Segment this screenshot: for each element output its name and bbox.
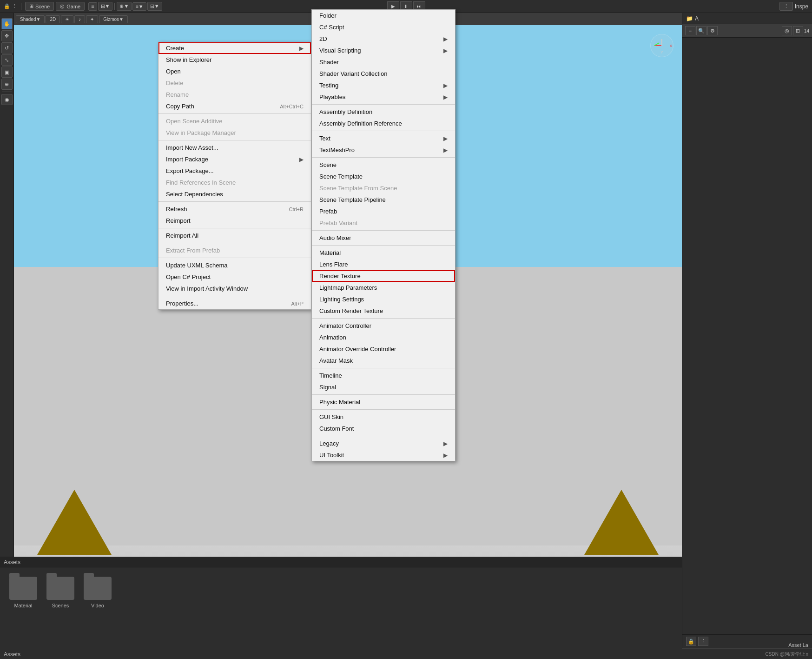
menu-item-properties[interactable]: Properties... Alt+P bbox=[158, 298, 311, 309]
rsep10 bbox=[312, 436, 455, 436]
menu-right-custom-render-texture[interactable]: Custom Render Texture bbox=[312, 305, 455, 317]
rotate-tool[interactable]: ↺ bbox=[1, 42, 13, 53]
menu-item-refresh[interactable]: Refresh Ctrl+R bbox=[158, 203, 311, 215]
menu-right-shader-variant[interactable]: Shader Variant Collection bbox=[312, 68, 455, 80]
menu-item-update-uxml[interactable]: Update UXML Schema bbox=[158, 260, 311, 271]
menu-right-scene[interactable]: Scene bbox=[312, 159, 455, 171]
menu-item-show-explorer[interactable]: Show in Explorer bbox=[158, 54, 311, 66]
scene-lights-btn[interactable]: ☀ bbox=[61, 15, 73, 23]
menu-right-legacy[interactable]: Legacy ▶ bbox=[312, 438, 455, 449]
menu-right-assembly-def[interactable]: Assembly Definition bbox=[312, 106, 455, 118]
scene-gizmos-btn[interactable]: Gizmos▼ bbox=[99, 15, 128, 23]
inspector-more-btn[interactable]: ⋮ bbox=[779, 2, 793, 11]
menu-right-signal[interactable]: Signal bbox=[312, 381, 455, 393]
menu-right-lighting-settings[interactable]: Lighting Settings bbox=[312, 293, 455, 305]
assets-header: Assets bbox=[0, 557, 682, 567]
menu-right-csharp[interactable]: C# Script bbox=[312, 21, 455, 33]
inspector-header: 📁 A bbox=[682, 13, 812, 24]
menu-item-export-package[interactable]: Export Package... bbox=[158, 165, 311, 177]
menu-item-reimport-all[interactable]: Reimport All bbox=[158, 230, 311, 241]
menu-right-scene-template-pipeline[interactable]: Scene Template Pipeline bbox=[312, 194, 455, 206]
menu-right-textmeshpro[interactable]: TextMeshPro ▶ bbox=[312, 144, 455, 156]
scene-tool3[interactable]: ⊕▼ bbox=[117, 2, 132, 11]
menu-right-custom-font[interactable]: Custom Font bbox=[312, 423, 455, 434]
scene-tool2[interactable]: ⊞▼ bbox=[98, 2, 113, 11]
insp-gizmo-btn[interactable]: ◎ bbox=[782, 26, 792, 35]
menu-item-copy-path[interactable]: Copy Path Alt+Ctrl+C bbox=[158, 100, 311, 112]
menu-right-animation[interactable]: Animation bbox=[312, 332, 455, 343]
assets-panel: Assets Material Scenes Video bbox=[0, 557, 682, 659]
menu-item-reimport[interactable]: Reimport bbox=[158, 215, 311, 226]
menu-right-assembly-def-ref[interactable]: Assembly Definition Reference bbox=[312, 118, 455, 129]
scene-tool4[interactable]: ≡▼ bbox=[132, 2, 146, 11]
assets-title: Assets bbox=[4, 559, 20, 566]
menu-right-shader[interactable]: Shader bbox=[312, 56, 455, 68]
insp-expand-btn[interactable]: ⊞ bbox=[793, 26, 803, 35]
assets-footer-label: Assets bbox=[4, 651, 20, 658]
assets-grid: Material Scenes Video bbox=[0, 567, 682, 618]
menu-right-lens-flare[interactable]: Lens Flare bbox=[312, 259, 455, 270]
insp-count: 14 bbox=[804, 28, 809, 33]
insp-btn2[interactable]: 🔍 bbox=[696, 26, 706, 35]
menu-right-2d[interactable]: 2D ▶ bbox=[312, 33, 455, 45]
scene-tool1[interactable]: ≡ bbox=[88, 2, 97, 11]
menu-item-find-refs: Find References In Scene bbox=[158, 177, 311, 188]
scene-audio-btn[interactable]: ♪ bbox=[74, 15, 85, 23]
rsep3 bbox=[312, 157, 455, 158]
menu-right-physic-material[interactable]: Physic Material bbox=[312, 396, 455, 408]
menu-right-lightmap-params[interactable]: Lightmap Parameters bbox=[312, 282, 455, 293]
menu-right-visual-scripting[interactable]: Visual Scripting ▶ bbox=[312, 45, 455, 56]
menu-right-text[interactable]: Text ▶ bbox=[312, 133, 455, 144]
asset-video-label: Video bbox=[91, 603, 104, 608]
folder-icon: 📁 bbox=[686, 15, 693, 22]
menu-right-ui-toolkit[interactable]: UI Toolkit ▶ bbox=[312, 449, 455, 461]
menu-right-gui-skin[interactable]: GUI Skin bbox=[312, 411, 455, 423]
menu-right-playables[interactable]: Playables ▶ bbox=[312, 91, 455, 103]
menu-item-view-import[interactable]: View in Import Activity Window bbox=[158, 283, 311, 294]
menu-right-avatar-mask[interactable]: Avatar Mask bbox=[312, 355, 455, 366]
menu-item-view-package: View in Package Manager bbox=[158, 127, 311, 139]
scene-fx-btn[interactable]: ✦ bbox=[86, 15, 98, 23]
menu-right-prefab[interactable]: Prefab bbox=[312, 206, 455, 217]
menu-item-import-new[interactable]: Import New Asset... bbox=[158, 142, 311, 153]
scene-tab-btn[interactable]: ⊞ Scene bbox=[25, 2, 54, 11]
insp-btn3[interactable]: ⚙ bbox=[707, 26, 718, 35]
game-tab-btn[interactable]: ◎ Game bbox=[56, 2, 85, 11]
asset-item-video[interactable]: Video bbox=[84, 577, 112, 608]
menu-right-material[interactable]: Material bbox=[312, 247, 455, 259]
insp-btn1[interactable]: ≡ bbox=[685, 26, 695, 35]
scene-2d-btn[interactable]: 2D bbox=[46, 15, 60, 23]
more-icon[interactable]: ⋮ bbox=[12, 3, 17, 9]
rect-tool[interactable]: ▣ bbox=[1, 67, 13, 78]
csdn-watermark: CSDN @阿/爱学/上n bbox=[766, 651, 808, 658]
menu-item-select-deps[interactable]: Select Dependencies bbox=[158, 188, 311, 200]
asset-item-scenes[interactable]: Scenes bbox=[46, 577, 74, 608]
left-toolbar: ✋ ✥ ↺ ⤡ ▣ ⊕ ◉ bbox=[0, 13, 14, 648]
menu-right-animator-override[interactable]: Animator Override Controller bbox=[312, 343, 455, 355]
scene-shading-btn[interactable]: Shaded▼ bbox=[16, 15, 45, 23]
menu-item-create[interactable]: Create ▶ bbox=[158, 42, 311, 54]
menu-item-open[interactable]: Open bbox=[158, 66, 311, 77]
menu-right-render-texture[interactable]: Render Texture bbox=[312, 270, 455, 282]
hand-tool[interactable]: ✋ bbox=[1, 18, 13, 29]
menu-right-audio-mixer[interactable]: Audio Mixer bbox=[312, 232, 455, 244]
menu-right-scene-template[interactable]: Scene Template bbox=[312, 171, 455, 182]
folder-material-icon bbox=[9, 577, 37, 600]
menu-item-rename: Rename bbox=[158, 89, 311, 100]
menu-right-folder[interactable]: Folder bbox=[312, 10, 455, 21]
rsep1 bbox=[312, 104, 455, 105]
scale-tool[interactable]: ⤡ bbox=[1, 54, 13, 66]
menu-item-import-package[interactable]: Import Package ▶ bbox=[158, 153, 311, 165]
menu-right-timeline[interactable]: Timeline bbox=[312, 370, 455, 381]
transform-tool[interactable]: ⊕ bbox=[1, 79, 13, 90]
menu-right-animator-controller[interactable]: Animator Controller bbox=[312, 320, 455, 332]
move-tool[interactable]: ✥ bbox=[1, 30, 13, 41]
asset-item-material[interactable]: Material bbox=[9, 577, 37, 608]
import-package-arrow: ▶ bbox=[299, 156, 304, 163]
menu-item-open-csharp[interactable]: Open C# Project bbox=[158, 271, 311, 283]
rsep5 bbox=[312, 245, 455, 246]
custom-tool[interactable]: ◉ bbox=[1, 94, 13, 105]
scene-tool5[interactable]: ⊟▼ bbox=[147, 2, 162, 11]
menu-right-testing[interactable]: Testing ▶ bbox=[312, 80, 455, 91]
separator3 bbox=[158, 201, 311, 202]
